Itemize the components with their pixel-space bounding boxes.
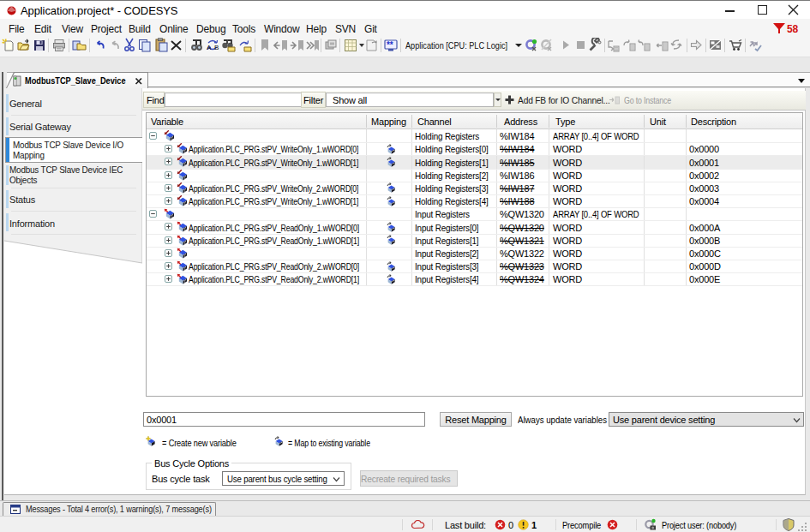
svg-text:B: B: [214, 44, 219, 51]
svg-text:A: A: [207, 44, 212, 51]
svg-text:**: **: [387, 40, 393, 50]
